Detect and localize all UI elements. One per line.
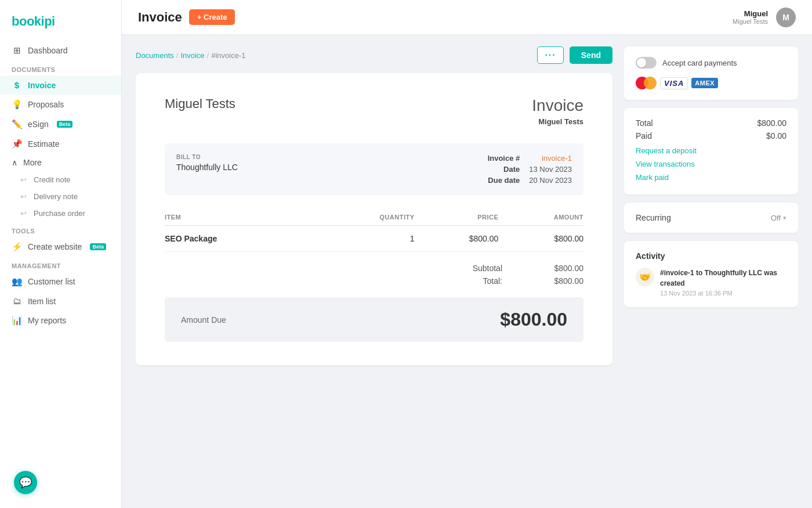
user-info: Miguel Miguel Tests — [733, 9, 768, 25]
activity-text-main: #invoice-1 to Thoughtfully LLC was creat… — [660, 269, 777, 287]
invoice-company: Miguel Tests — [532, 117, 583, 126]
mastercard-icon — [636, 77, 657, 89]
section-label-tools: Tools — [0, 222, 121, 237]
avatar[interactable]: M — [776, 8, 796, 27]
summary-total-row: Total $800.00 — [636, 118, 786, 128]
summary-paid-val: $0.00 — [766, 131, 786, 140]
delivery-note-icon: ↩ — [19, 192, 28, 201]
chat-icon: 💬 — [19, 476, 32, 489]
invoice-icon: $ — [12, 80, 22, 90]
accept-card-label: Accept card payments — [662, 59, 737, 67]
chevron-up-icon: ∧ — [12, 158, 17, 167]
invoice-num-val: invoice-1 — [529, 154, 572, 163]
breadcrumb-sep1: / — [176, 51, 179, 60]
esign-icon: ✏️ — [12, 119, 22, 129]
sidebar-item-customer-list[interactable]: 👥 Customer list — [0, 272, 121, 291]
page-title: Invoice — [138, 10, 182, 25]
item-list-icon: 🗂 — [12, 296, 22, 306]
invoice-title-text: Invoice — [532, 96, 583, 115]
proposals-icon: 💡 — [12, 99, 22, 110]
summary-total-val: $800.00 — [757, 118, 786, 128]
summary-paid-label: Paid — [636, 131, 652, 140]
date-key: Date — [488, 165, 520, 174]
create-button[interactable]: + Create — [189, 9, 235, 25]
sidebar-item-item-list[interactable]: 🗂 Item list — [0, 291, 121, 311]
topbar: Invoice + Create Miguel Miguel Tests M — [122, 0, 812, 35]
visa-icon: VISA — [660, 77, 688, 89]
view-transactions-link[interactable]: View transactions — [636, 157, 786, 171]
sidebar-item-dashboard[interactable]: ⊞ Dashboard — [0, 41, 121, 60]
sidebar-item-esign[interactable]: ✏️ eSign Beta — [0, 114, 121, 134]
total-label: Total: — [483, 276, 502, 286]
col-amount: AMOUNT — [498, 209, 583, 226]
sidebar-item-create-website-label: Create website — [28, 242, 82, 251]
amount-due-value: $800.00 — [500, 309, 567, 330]
create-website-icon: ⚡ — [12, 242, 22, 252]
subtotal-val: $800.00 — [537, 264, 583, 273]
amex-icon: AMEX — [691, 78, 718, 88]
sidebar-item-purchase-order[interactable]: ↩ Purchase order — [0, 205, 121, 222]
chat-bubble-button[interactable]: 💬 — [14, 471, 37, 494]
sidebar-item-invoice-label: Invoice — [28, 81, 56, 90]
topbar-right: Miguel Miguel Tests M — [733, 8, 796, 27]
sidebar-item-invoice[interactable]: $ Invoice — [0, 75, 121, 95]
mc-orange-circle — [644, 77, 657, 89]
table-row: SEO Package 1 $800.00 $800.00 — [165, 226, 583, 252]
summary-paid-row: Paid $0.00 — [636, 131, 786, 140]
breadcrumb-invoice[interactable]: Invoice — [180, 51, 204, 60]
col-quantity: QUANTITY — [314, 209, 414, 226]
purchase-order-icon: ↩ — [19, 209, 28, 218]
breadcrumb-bar: Documents / Invoice / #invoice-1 ··· Sen… — [136, 46, 612, 64]
subtotal-row: Subtotal $800.00 — [473, 264, 583, 273]
breadcrumb-sep2: / — [207, 51, 209, 60]
invoice-info-row: BILL TO Thoughtfully LLC Invoice # invoi… — [165, 143, 583, 195]
sidebar-item-delivery-note-label: Delivery note — [34, 192, 78, 201]
invoice-num-key: Invoice # — [488, 154, 520, 163]
sidebar-item-credit-note-label: Credit note — [34, 175, 71, 184]
summary-card: Total $800.00 Paid $0.00 Request a depos… — [624, 108, 798, 194]
main-area: Invoice + Create Miguel Miguel Tests M D… — [122, 0, 812, 508]
due-date-val: 20 Nov 2023 — [529, 176, 572, 185]
credit-note-icon: ↩ — [19, 175, 28, 184]
bill-to-block: BILL TO Thoughtfully LLC — [176, 154, 465, 185]
app-logo: bookipi — [0, 9, 121, 41]
sidebar-item-proposals[interactable]: 💡 Proposals — [0, 95, 121, 114]
customer-list-icon: 👥 — [12, 276, 22, 287]
sidebar-item-estimate-label: Estimate — [28, 139, 59, 149]
dashboard-icon: ⊞ — [12, 45, 22, 56]
bill-to-label: BILL TO — [176, 154, 465, 160]
send-button[interactable]: Send — [570, 46, 612, 64]
recurring-label: Recurring — [636, 213, 671, 222]
accept-card-toggle[interactable] — [636, 57, 657, 69]
sidebar-item-item-list-label: Item list — [28, 297, 56, 306]
due-date-key: Due date — [488, 176, 520, 185]
right-panel: Accept card payments VISA AMEX Total $80… — [624, 46, 798, 496]
card-payments-header: Accept card payments — [636, 57, 786, 69]
col-item: ITEM — [165, 209, 314, 226]
breadcrumb-current: #invoice-1 — [211, 51, 245, 60]
sidebar-more-toggle[interactable]: ∧ More — [0, 154, 121, 171]
item-price: $800.00 — [415, 226, 499, 252]
sidebar-item-create-website[interactable]: ⚡ Create website Beta — [0, 237, 121, 257]
activity-item: 🤝 #invoice-1 to Thoughtfully LLC was cre… — [636, 268, 786, 297]
recurring-val: Off — [771, 214, 781, 222]
section-label-management: Management — [0, 257, 121, 272]
esign-beta-badge: Beta — [57, 121, 73, 128]
invoice-meta: Invoice # invoice-1 Date 13 Nov 2023 Due… — [488, 154, 572, 185]
recurring-row: Recurring Off ▾ — [636, 213, 786, 222]
sidebar-item-my-reports[interactable]: 📊 My reports — [0, 311, 121, 330]
payment-icons: VISA AMEX — [636, 77, 786, 89]
breadcrumb-documents[interactable]: Documents — [136, 51, 174, 60]
bill-to-name: Thoughtfully LLC — [176, 163, 465, 172]
sidebar-item-credit-note[interactable]: ↩ Credit note — [0, 171, 121, 188]
section-label-documents: Documents — [0, 60, 121, 75]
activity-text: #invoice-1 to Thoughtfully LLC was creat… — [660, 268, 786, 289]
recurring-value-group[interactable]: Off ▾ — [771, 214, 786, 222]
sidebar-item-estimate[interactable]: 📌 Estimate — [0, 134, 121, 154]
mark-paid-link[interactable]: Mark paid — [636, 171, 786, 184]
sidebar-item-delivery-note[interactable]: ↩ Delivery note — [0, 188, 121, 205]
amount-due-label: Amount Due — [181, 315, 226, 325]
sidebar-item-dashboard-label: Dashboard — [28, 46, 68, 55]
request-deposit-link[interactable]: Request a deposit — [636, 144, 786, 157]
more-options-button[interactable]: ··· — [537, 46, 563, 64]
